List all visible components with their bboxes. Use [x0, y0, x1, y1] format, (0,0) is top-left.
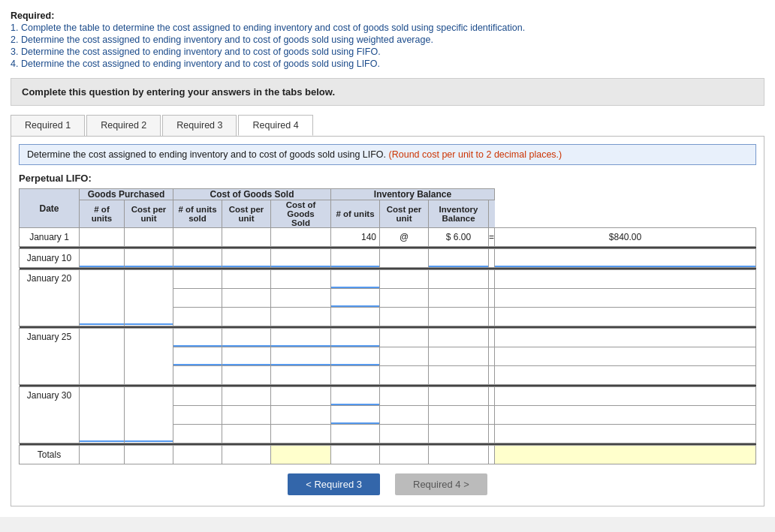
totals-cogs-units[interactable]: [173, 446, 222, 464]
cogs-total-cell[interactable]: [271, 228, 331, 247]
cogs-units-input[interactable]: [173, 289, 222, 307]
inv-cost-input[interactable]: [429, 366, 488, 384]
inv-units-cell[interactable]: [331, 347, 380, 366]
totals-cogs-total-input[interactable]: [271, 446, 330, 464]
inv-bal-input[interactable]: [495, 270, 755, 288]
totals-cogs-cost-input[interactable]: [222, 446, 270, 464]
inv-units-input[interactable]: [331, 406, 379, 424]
cogs-total-cell[interactable]: [271, 329, 331, 347]
gp-cost-cell[interactable]: [125, 387, 173, 443]
cogs-units-input[interactable]: [173, 270, 222, 288]
cogs-cost-cell[interactable]: [222, 289, 271, 308]
gp-cost-input[interactable]: [125, 228, 173, 246]
cogs-units-cell[interactable]: [173, 347, 222, 366]
cogs-cost-cell[interactable]: [222, 425, 271, 443]
inv-units-input[interactable]: [331, 270, 379, 288]
cogs-units-input[interactable]: [173, 249, 222, 267]
inv-bal-cell[interactable]: [495, 425, 756, 443]
totals-gp-units[interactable]: [80, 446, 125, 464]
gp-cost-input[interactable]: [125, 388, 173, 442]
cogs-units-input[interactable]: [173, 406, 222, 424]
gp-cost-cell[interactable]: [125, 228, 173, 247]
inv-cost-input[interactable]: [429, 270, 488, 288]
cogs-total-input[interactable]: [271, 366, 330, 384]
cogs-cost-input[interactable]: [222, 387, 270, 405]
inv-cost-input[interactable]: [429, 308, 488, 326]
cogs-total-cell[interactable]: [271, 425, 331, 443]
inv-cost-cell[interactable]: [429, 270, 489, 289]
cogs-cost-input[interactable]: [222, 249, 270, 267]
cogs-cost-cell[interactable]: [222, 366, 271, 385]
gp-units-input[interactable]: [80, 388, 124, 442]
gp-cost-input[interactable]: [125, 271, 173, 325]
cogs-cost-cell[interactable]: [222, 387, 271, 406]
inv-cost-input[interactable]: [429, 425, 488, 443]
gp-cost-input[interactable]: [125, 249, 173, 267]
inv-cost-cell[interactable]: [429, 387, 489, 406]
cogs-total-input[interactable]: [271, 387, 330, 405]
inv-units-cell[interactable]: [331, 387, 380, 406]
cogs-cost-cell[interactable]: [222, 228, 271, 247]
cogs-cost-input[interactable]: [222, 289, 270, 307]
totals-inv-units[interactable]: [331, 446, 380, 464]
inv-bal-input[interactable]: [495, 366, 755, 384]
inv-units-cell[interactable]: [331, 249, 380, 268]
cogs-cost-input[interactable]: [222, 329, 270, 347]
cogs-total-input[interactable]: [271, 347, 330, 365]
cogs-units-cell[interactable]: [173, 425, 222, 443]
cogs-cost-cell[interactable]: [222, 249, 271, 268]
gp-units-input[interactable]: [80, 249, 124, 267]
gp-cost-cell[interactable]: [125, 270, 173, 326]
cogs-total-input[interactable]: [271, 308, 330, 326]
totals-inv-bal[interactable]: [495, 446, 756, 464]
tab-required-4[interactable]: Required 4: [238, 115, 312, 136]
totals-cogs-total[interactable]: [271, 446, 331, 464]
gp-units-input[interactable]: [80, 228, 124, 246]
tab-required-3[interactable]: Required 3: [162, 115, 237, 136]
inv-bal-cell[interactable]: [495, 249, 756, 268]
inv-bal-input[interactable]: [495, 387, 755, 405]
cogs-cost-cell[interactable]: [222, 406, 271, 425]
inv-cost-cell[interactable]: [429, 329, 489, 347]
cogs-total-input[interactable]: [271, 406, 330, 424]
cogs-cost-cell[interactable]: [222, 308, 271, 326]
cogs-units-input[interactable]: [173, 329, 222, 347]
cogs-total-cell[interactable]: [271, 406, 331, 425]
inv-units-input[interactable]: [331, 387, 379, 405]
cogs-total-cell[interactable]: [271, 387, 331, 406]
cogs-units-input[interactable]: [173, 366, 222, 384]
inv-cost-cell[interactable]: [429, 366, 489, 385]
inv-cost-input[interactable]: [429, 347, 488, 365]
inv-units-cell[interactable]: [331, 270, 380, 289]
totals-inv-bal-input[interactable]: [495, 446, 755, 464]
cogs-cost-input[interactable]: [222, 347, 270, 365]
cogs-total-cell[interactable]: [271, 249, 331, 268]
cogs-total-input[interactable]: [271, 425, 330, 443]
cogs-units-cell[interactable]: [173, 406, 222, 425]
inv-bal-cell[interactable]: [495, 347, 756, 366]
inv-units-input[interactable]: [331, 366, 379, 384]
inv-bal-cell[interactable]: [495, 387, 756, 406]
inv-cost-input[interactable]: [429, 329, 488, 347]
cogs-total-cell[interactable]: [271, 308, 331, 326]
inv-cost-input[interactable]: [429, 249, 488, 267]
totals-cogs-cost[interactable]: [222, 446, 271, 464]
cogs-total-input[interactable]: [271, 270, 330, 288]
cogs-units-input[interactable]: [173, 228, 222, 246]
totals-inv-units-input[interactable]: [331, 446, 379, 464]
cogs-total-input[interactable]: [271, 289, 330, 307]
gp-units-cell[interactable]: [80, 270, 125, 326]
cogs-cost-input[interactable]: [222, 270, 270, 288]
inv-units-cell[interactable]: [331, 425, 380, 443]
cogs-total-input[interactable]: [271, 228, 330, 246]
cogs-cost-input[interactable]: [222, 406, 270, 424]
inv-cost-cell[interactable]: [429, 347, 489, 366]
inv-units-cell[interactable]: [331, 329, 380, 347]
cogs-units-input[interactable]: [173, 425, 222, 443]
cogs-cost-cell[interactable]: [222, 270, 271, 289]
inv-bal-cell[interactable]: [495, 366, 756, 385]
inv-units-input[interactable]: [331, 347, 379, 365]
cogs-cost-input[interactable]: [222, 425, 270, 443]
inv-units-cell[interactable]: [331, 289, 380, 308]
cogs-units-cell[interactable]: [173, 249, 222, 268]
